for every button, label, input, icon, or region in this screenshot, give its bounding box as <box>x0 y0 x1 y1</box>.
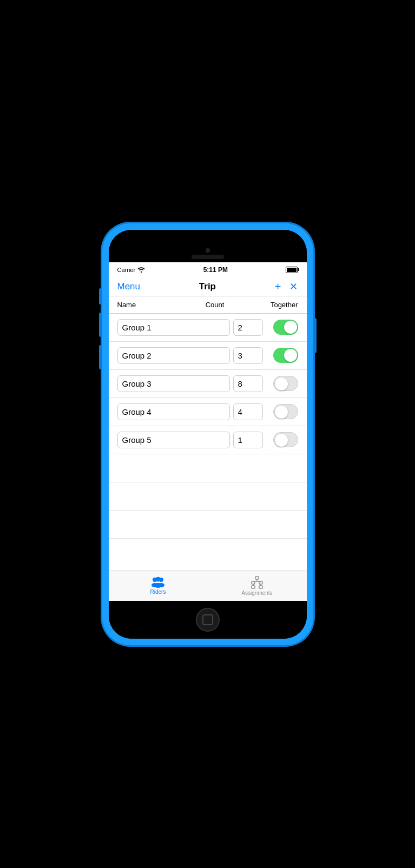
speaker <box>192 255 224 259</box>
name-input[interactable] <box>117 319 230 336</box>
riders-icon <box>150 577 166 588</box>
count-input[interactable] <box>233 347 263 364</box>
count-input[interactable] <box>233 403 263 420</box>
table-row <box>109 342 307 370</box>
nav-actions: + ✕ <box>275 281 298 293</box>
tab-riders[interactable]: Riders <box>109 571 208 601</box>
table-content <box>109 314 307 571</box>
together-toggle[interactable] <box>273 376 298 391</box>
page-title: Trip <box>199 281 216 292</box>
phone-screen: Carrier 5:11 PM Menu Trip <box>109 230 307 639</box>
svg-rect-9 <box>252 586 255 588</box>
table-row <box>109 314 307 342</box>
menu-button[interactable]: Menu <box>117 281 141 292</box>
count-input[interactable] <box>233 432 263 448</box>
header-count: Count <box>201 301 248 309</box>
volume-up-button[interactable] <box>99 313 102 337</box>
power-button[interactable] <box>313 318 317 353</box>
volume-down-button[interactable] <box>99 345 102 369</box>
camera-icon <box>206 248 210 253</box>
empty-row <box>109 511 307 539</box>
toggle-knob <box>275 377 288 390</box>
header-together: Together <box>247 301 298 309</box>
home-button[interactable] <box>196 608 220 632</box>
svg-rect-6 <box>255 577 259 579</box>
carrier-label: Carrier <box>117 267 146 273</box>
toggle-container <box>266 348 298 363</box>
name-input[interactable] <box>117 347 230 364</box>
count-input[interactable] <box>233 319 263 336</box>
together-toggle[interactable] <box>273 348 298 363</box>
toggle-knob <box>275 406 288 419</box>
toggle-container <box>266 404 298 419</box>
empty-row <box>109 454 307 482</box>
svg-point-5 <box>154 583 162 588</box>
name-input[interactable] <box>117 432 230 448</box>
tab-bar: Riders Assignments <box>109 571 307 601</box>
bottom-bezel <box>109 601 307 639</box>
toggle-container <box>266 320 298 335</box>
table-header: Name Count Together <box>109 296 307 314</box>
name-input[interactable] <box>117 403 230 420</box>
top-bezel <box>109 230 307 262</box>
toggle-knob <box>284 349 297 362</box>
count-input[interactable] <box>233 375 263 392</box>
together-toggle[interactable] <box>273 404 298 419</box>
status-bar: Carrier 5:11 PM <box>109 262 307 277</box>
svg-rect-10 <box>259 586 262 588</box>
toggle-container <box>266 432 298 447</box>
table-row <box>109 426 307 454</box>
status-time: 5:11 PM <box>203 266 228 274</box>
empty-row <box>109 482 307 511</box>
together-toggle[interactable] <box>273 432 298 447</box>
navigation-bar: Menu Trip + ✕ <box>109 277 307 296</box>
assignments-tab-label: Assignments <box>241 590 272 596</box>
add-button[interactable]: + <box>275 281 281 292</box>
screen-content: Carrier 5:11 PM Menu Trip <box>109 262 307 601</box>
close-button[interactable]: ✕ <box>289 281 298 293</box>
riders-tab-label: Riders <box>150 589 166 595</box>
phone-device: Carrier 5:11 PM Menu Trip <box>102 223 313 645</box>
mute-button[interactable] <box>99 288 102 304</box>
battery-icon <box>286 267 298 273</box>
header-name: Name <box>117 301 201 309</box>
toggle-knob <box>284 321 297 334</box>
content-spacer <box>109 539 307 571</box>
together-toggle[interactable] <box>273 320 298 335</box>
toggle-container <box>266 376 298 391</box>
home-button-inner <box>202 614 213 625</box>
wifi-icon <box>137 267 145 273</box>
name-input[interactable] <box>117 375 230 392</box>
table-row <box>109 398 307 426</box>
tab-assignments[interactable]: Assignments <box>208 571 307 601</box>
toggle-knob <box>275 434 288 447</box>
assignments-icon <box>249 576 265 589</box>
table-row <box>109 370 307 398</box>
